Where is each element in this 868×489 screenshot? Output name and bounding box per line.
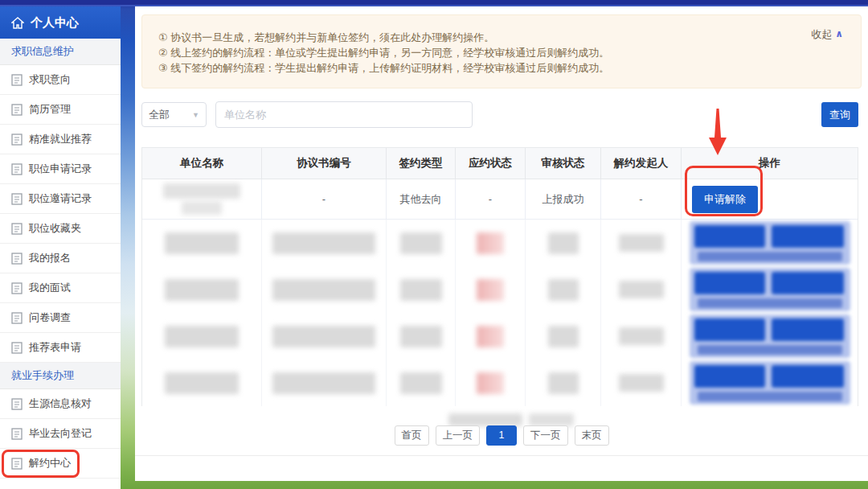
table-row: - 其他去向 - 上报成功 - 申请解除 <box>142 179 858 220</box>
cell-response-status: - <box>456 179 526 219</box>
document-icon <box>11 253 23 265</box>
col-header-sign-type: 签约类型 <box>387 148 456 179</box>
sidebar-item-position-favorites[interactable]: 职位收藏夹 <box>0 214 121 244</box>
document-icon <box>11 223 23 235</box>
redacted-cell <box>601 313 682 360</box>
sidebar-item-label: 职位邀请记录 <box>29 191 92 206</box>
pagination-next-button[interactable]: 下一页 <box>523 425 568 446</box>
redacted-cell <box>456 266 526 313</box>
sidebar-section-employment-procedures: 就业手续办理 <box>0 363 121 389</box>
sidebar-header-label: 个人中心 <box>31 15 79 31</box>
sidebar-item-label: 生源信息核对 <box>29 397 92 411</box>
col-header-agreement-no: 协议书编号 <box>262 148 387 179</box>
redacted-cell <box>526 313 601 360</box>
notice-line-3: ③ 线下签约的解约流程：学生提出解约申请，上传解约证明材料，经学校审核通过后则解… <box>158 60 845 76</box>
top-strip <box>0 0 868 6</box>
collapse-label: 收起 <box>811 27 832 42</box>
redacted-cell <box>526 360 601 406</box>
redacted-cell <box>262 266 387 313</box>
document-icon <box>11 458 23 470</box>
bottom-divider <box>135 455 868 456</box>
redacted-cell <box>456 313 526 360</box>
apply-termination-button[interactable]: 申请解除 <box>692 186 758 213</box>
sidebar-item-precise-recommendation[interactable]: 精准就业推荐 <box>0 125 121 154</box>
redacted-cell <box>456 220 526 266</box>
pagination: 首页 上一页 1 下一页 末页 <box>135 425 868 446</box>
sidebar-item-my-interviews[interactable]: 我的面试 <box>0 273 121 303</box>
redacted-cell <box>142 360 262 406</box>
document-icon <box>11 134 23 146</box>
sidebar-item-my-registration[interactable]: 我的报名 <box>0 244 121 273</box>
redacted-text-block <box>163 183 240 199</box>
sidebar: 个人中心 求职信息维护 求职意向 简历管理 精准就业推荐 职位申请记录 职位邀请… <box>0 6 121 489</box>
sidebar-item-resume-management[interactable]: 简历管理 <box>0 95 121 125</box>
cell-initiator: - <box>601 179 682 219</box>
table-row-redacted <box>142 220 858 266</box>
redacted-cell <box>262 220 387 266</box>
document-icon <box>11 342 23 354</box>
redacted-cell <box>387 313 456 360</box>
col-header-actions: 操作 <box>682 148 858 179</box>
sidebar-item-label: 简历管理 <box>29 102 71 117</box>
sidebar-item-label: 我的面试 <box>29 281 71 295</box>
document-icon <box>11 74 23 86</box>
notice-line-2: ② 线上签约的解约流程：单位或学生提出解约申请，另一方同意，经学校审核通过后则解… <box>158 45 845 60</box>
pagination-page-1[interactable]: 1 <box>486 425 517 446</box>
table-row-redacted <box>142 360 858 406</box>
redacted-text-block <box>182 201 222 215</box>
cell-agreement-no: - <box>262 179 387 219</box>
table-header-row: 单位名称 协议书编号 签约类型 应约状态 审核状态 解约发起人 操作 <box>142 148 858 179</box>
redacted-cell <box>526 266 601 313</box>
sidebar-item-questionnaire[interactable]: 问卷调查 <box>0 303 121 333</box>
sidebar-header-personal-center[interactable]: 个人中心 <box>0 6 121 39</box>
sidebar-item-label: 我的报名 <box>29 251 71 265</box>
sidebar-item-label: 精准就业推荐 <box>29 132 92 146</box>
sidebar-item-label: 解约中心 <box>29 456 71 471</box>
sidebar-item-position-application-records[interactable]: 职位申请记录 <box>0 154 121 184</box>
sidebar-item-label: 职位收藏夹 <box>29 221 81 236</box>
document-icon <box>11 163 23 175</box>
pagination-prev-button[interactable]: 上一页 <box>436 425 481 446</box>
redacted-cell <box>142 313 262 360</box>
document-icon <box>11 104 23 116</box>
sidebar-item-label: 职位申请记录 <box>29 162 92 176</box>
sidebar-item-recommendation-form[interactable]: 推荐表申请 <box>0 333 121 363</box>
document-icon <box>11 428 23 440</box>
collapse-toggle[interactable]: 收起 ∧ <box>811 27 843 42</box>
notice-banner: ① 协议书一旦生成，若想解约并与新单位签约，须在此处办理解约操作。 ② 线上签约… <box>141 14 862 88</box>
unit-name-input[interactable] <box>215 101 473 128</box>
sidebar-item-label: 推荐表申请 <box>29 340 81 355</box>
redacted-cell <box>387 266 456 313</box>
sidebar-item-label: 问卷调查 <box>29 310 71 325</box>
sidebar-section-label: 就业手续办理 <box>11 368 74 383</box>
redacted-cell <box>142 266 262 313</box>
main-content: ① 协议书一旦生成，若想解约并与新单位签约，须在此处办理解约操作。 ② 线上签约… <box>135 6 868 481</box>
redacted-cell <box>601 360 682 406</box>
redacted-actions <box>682 360 858 406</box>
document-icon <box>11 193 23 205</box>
search-button[interactable]: 查询 <box>821 102 858 127</box>
pagination-first-button[interactable]: 首页 <box>395 425 429 446</box>
pagination-last-button[interactable]: 末页 <box>575 425 609 446</box>
sidebar-item-label: 求职意向 <box>29 72 71 87</box>
document-icon <box>11 398 23 410</box>
sidebar-item-position-invitation-records[interactable]: 职位邀请记录 <box>0 184 121 214</box>
redacted-cell <box>601 266 682 313</box>
sidebar-section-label: 求职信息维护 <box>11 44 74 59</box>
sidebar-item-student-info-check[interactable]: 生源信息核对 <box>0 389 121 419</box>
redacted-actions <box>682 220 858 266</box>
col-header-audit-status: 审核状态 <box>526 148 601 179</box>
sidebar-item-termination-center[interactable]: 解约中心 <box>0 449 121 479</box>
chevron-up-icon: ∧ <box>835 27 843 42</box>
sidebar-section-jobinfo: 求职信息维护 <box>0 39 121 65</box>
notice-line-1: ① 协议书一旦生成，若想解约并与新单位签约，须在此处办理解约操作。 <box>158 30 845 45</box>
cell-actions: 申请解除 <box>682 179 858 219</box>
sidebar-item-graduation-destination[interactable]: 毕业去向登记 <box>0 419 121 449</box>
redacted-actions <box>682 313 858 360</box>
home-icon <box>11 17 24 29</box>
sidebar-item-job-intention[interactable]: 求职意向 <box>0 65 121 95</box>
cell-sign-type: 其他去向 <box>387 179 456 219</box>
chevron-down-icon: ▼ <box>192 111 199 119</box>
status-filter-select[interactable]: 全部 ▼ <box>141 102 207 127</box>
termination-table: 单位名称 协议书编号 签约类型 应约状态 审核状态 解约发起人 操作 - 其他去… <box>141 147 858 406</box>
